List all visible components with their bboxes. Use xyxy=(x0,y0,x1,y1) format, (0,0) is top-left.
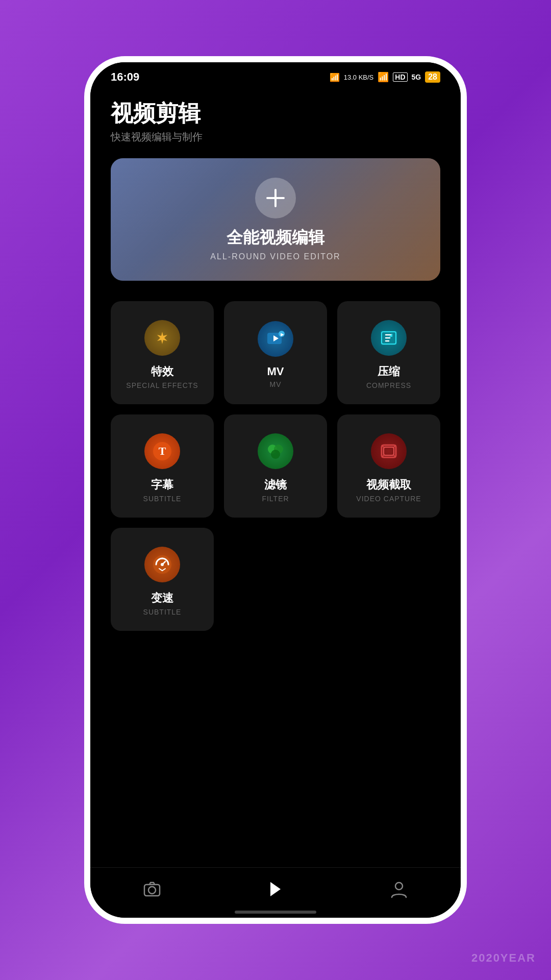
status-time: 16:09 xyxy=(111,70,139,84)
feature-grid-row3: 变速 SUBTITLE xyxy=(111,528,440,631)
nav-camera[interactable] xyxy=(122,876,182,902)
app-title: 视频剪辑 xyxy=(111,100,440,127)
svg-point-24 xyxy=(395,883,403,890)
status-icons: 📶 13.0 KB/S 📶 HD 5G 28 xyxy=(330,71,440,83)
special-effects-icon xyxy=(144,320,180,356)
bottom-nav xyxy=(90,867,461,906)
home-bar xyxy=(235,911,316,914)
svg-rect-13 xyxy=(384,447,394,455)
special-effects-name-en: SPECIAL EFFECTS xyxy=(126,381,198,389)
mv-name-en: MV xyxy=(270,380,282,388)
app-subtitle: 快速视频编辑与制作 xyxy=(111,130,440,144)
watermark: 2020YEAR xyxy=(471,951,536,965)
status-bar: 16:09 📶 13.0 KB/S 📶 HD 5G 28 xyxy=(90,62,461,88)
feature-grid-row1: 特效 SPECIAL EFFECTS ▶ MV MV xyxy=(111,301,440,404)
nav-play[interactable] xyxy=(246,876,305,902)
title-section: 视频剪辑 快速视频编辑与制作 xyxy=(111,100,440,144)
subtitle-icon: T xyxy=(144,433,180,469)
home-indicator xyxy=(90,906,461,918)
svg-point-20 xyxy=(161,563,164,566)
special-effects-name-cn: 特效 xyxy=(151,364,173,379)
compress-svg xyxy=(379,328,399,348)
profile-icon xyxy=(390,880,408,898)
hd-badge: HD xyxy=(393,72,407,82)
svg-marker-23 xyxy=(270,882,281,896)
nav-profile[interactable] xyxy=(369,876,429,902)
play-icon xyxy=(266,880,285,898)
filter-name-cn: 滤镜 xyxy=(264,477,287,493)
feature-video-capture[interactable]: 视频截取 VIDEO CAPTURE xyxy=(337,414,440,518)
video-capture-icon xyxy=(371,433,407,469)
add-icon xyxy=(255,178,296,218)
filter-svg xyxy=(265,441,286,461)
hero-title: 全能视频编辑 xyxy=(227,227,324,249)
feature-mv[interactable]: ▶ MV MV xyxy=(224,301,327,404)
subtitle-svg: T xyxy=(152,441,172,461)
feature-grid-row2: T 字幕 SUBTITLE 滤镜 FILTER xyxy=(111,414,440,518)
mv-name-cn: MV xyxy=(267,365,284,378)
bluetooth-icon: 📶 xyxy=(330,72,340,82)
compress-name-cn: 压缩 xyxy=(378,364,400,379)
feature-subtitle[interactable]: T 字幕 SUBTITLE xyxy=(111,414,214,518)
speed-svg xyxy=(152,554,172,575)
network-speed: 13.0 KB/S xyxy=(344,74,374,81)
mv-svg: ▶ xyxy=(265,329,286,349)
filter-name-en: FILTER xyxy=(262,495,289,503)
subtitle-name-en: SUBTITLE xyxy=(143,495,182,503)
feature-speed[interactable]: 变速 SUBTITLE xyxy=(111,528,214,631)
battery-icon: 28 xyxy=(425,71,440,83)
video-capture-svg xyxy=(379,441,399,461)
speed-name-en: SUBTITLE xyxy=(143,608,182,616)
speed-name-cn: 变速 xyxy=(151,591,173,606)
subtitle-name-cn: 字幕 xyxy=(151,477,173,493)
phone-frame: 16:09 📶 13.0 KB/S 📶 HD 5G 28 视频剪辑 快速视频编辑… xyxy=(84,56,467,924)
mv-icon: ▶ xyxy=(258,321,293,357)
signal-icon: 5G xyxy=(412,73,421,81)
camera-icon xyxy=(143,880,161,898)
compress-name-en: COMPRESS xyxy=(366,381,411,389)
svg-text:T: T xyxy=(159,445,166,457)
main-content: 视频剪辑 快速视频编辑与制作 全能视频编辑 ALL-ROUND VIDEO ED… xyxy=(90,88,461,867)
svg-text:▶: ▶ xyxy=(281,332,284,337)
filter-icon xyxy=(258,433,293,469)
hero-card[interactable]: 全能视频编辑 ALL-ROUND VIDEO EDITOR xyxy=(111,158,440,281)
hero-subtitle: ALL-ROUND VIDEO EDITOR xyxy=(210,252,340,261)
speed-icon xyxy=(144,547,180,582)
video-capture-name-cn: 视频截取 xyxy=(366,477,411,493)
wifi-icon: 📶 xyxy=(378,71,389,83)
feature-compress[interactable]: 压缩 COMPRESS xyxy=(337,301,440,404)
compress-icon xyxy=(371,320,407,356)
video-capture-name-en: VIDEO CAPTURE xyxy=(356,495,421,503)
feature-filter[interactable]: 滤镜 FILTER xyxy=(224,414,327,518)
special-effects-svg xyxy=(152,328,172,348)
svg-point-11 xyxy=(271,450,280,459)
feature-special-effects[interactable]: 特效 SPECIAL EFFECTS xyxy=(111,301,214,404)
svg-point-22 xyxy=(148,887,156,894)
